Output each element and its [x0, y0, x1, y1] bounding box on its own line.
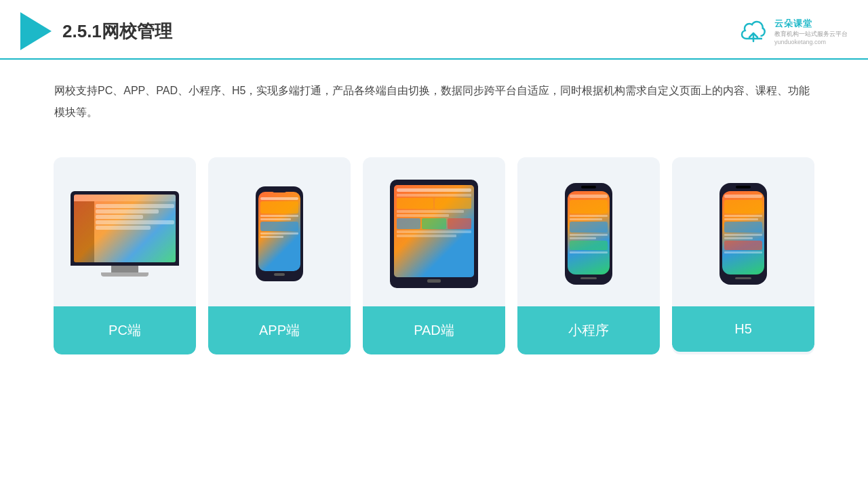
h5-phone-mockup [719, 183, 767, 285]
logo-text-block: 云朵课堂 教育机构一站式服务云平台 yunduoketang.com [774, 18, 848, 45]
page-title: 2.5.1网校管理 [62, 20, 172, 43]
miniprogram-phone-mockup [565, 183, 612, 285]
card-app-label: APP端 [208, 306, 351, 354]
cloud-logo: 云朵课堂 教育机构一站式服务云平台 yunduoketang.com [736, 18, 848, 45]
card-h5-image [672, 157, 814, 306]
card-miniprogram: 小程序 [517, 157, 660, 354]
logo-url-text: yunduoketang.com [774, 39, 826, 45]
card-miniprogram-image [517, 157, 660, 306]
card-app-image [208, 157, 351, 306]
card-pad-label: PAD端 [363, 306, 505, 354]
cards-container: PC端 APP端 [0, 144, 868, 368]
card-pad-image [363, 157, 505, 306]
tablet-mockup [390, 180, 478, 288]
description-text: 网校支持PC、APP、PAD、小程序、H5，实现多端打通，产品各终端自由切换，数… [0, 60, 868, 137]
card-pad: PAD端 [363, 157, 505, 354]
card-miniprogram-label: 小程序 [517, 306, 660, 354]
brand-triangle-icon [20, 12, 52, 50]
header-left: 2.5.1网校管理 [20, 12, 172, 50]
card-pc-image [54, 157, 196, 306]
logo-main-text: 云朵课堂 [774, 18, 812, 30]
header-right: 云朵课堂 教育机构一站式服务云平台 yunduoketang.com [736, 18, 848, 45]
logo-sub-text: 教育机构一站式服务云平台 [774, 30, 848, 39]
card-pc: PC端 [54, 157, 196, 354]
card-h5: H5 [672, 157, 814, 354]
card-h5-label: H5 [672, 306, 814, 352]
pc-mockup [71, 191, 179, 277]
app-phone-mockup [256, 186, 303, 281]
header: 2.5.1网校管理 云朵课堂 教育机构一站式服务云平台 yunduoketang… [0, 0, 868, 60]
card-app: APP端 [208, 157, 351, 354]
card-pc-label: PC端 [54, 306, 196, 354]
cloud-icon [736, 20, 770, 43]
